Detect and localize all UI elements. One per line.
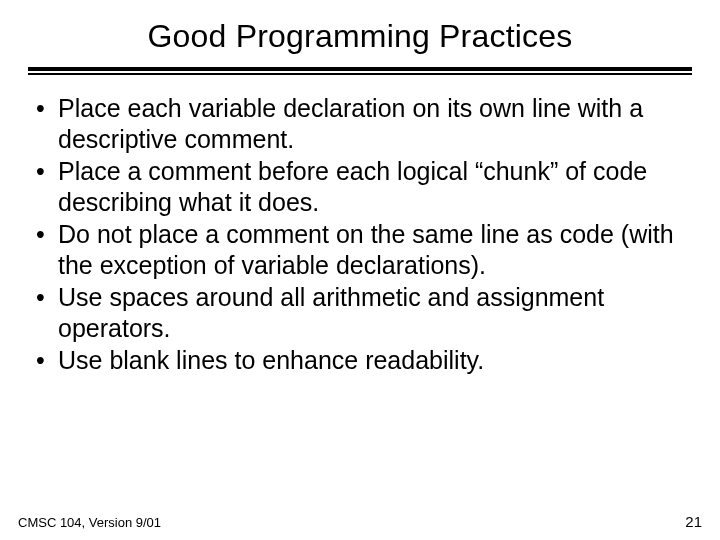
title-wrap: Good Programming Practices xyxy=(28,18,692,55)
content: Place each variable declaration on its o… xyxy=(28,93,692,376)
bullet-item: Place each variable declaration on its o… xyxy=(32,93,688,154)
bullet-item: Place a comment before each logical “chu… xyxy=(32,156,688,217)
bullet-item: Use blank lines to enhance readability. xyxy=(32,345,688,376)
slide: Good Programming Practices Place each va… xyxy=(0,0,720,540)
slide-title: Good Programming Practices xyxy=(28,18,692,55)
footer-left: CMSC 104, Version 9/01 xyxy=(18,515,161,530)
slide-number: 21 xyxy=(685,513,702,530)
rule-thin xyxy=(28,73,692,75)
bullet-list: Place each variable declaration on its o… xyxy=(32,93,688,376)
footer: CMSC 104, Version 9/01 21 xyxy=(18,513,702,530)
bullet-item: Use spaces around all arithmetic and ass… xyxy=(32,282,688,343)
bullet-item: Do not place a comment on the same line … xyxy=(32,219,688,280)
title-rule xyxy=(28,67,692,75)
